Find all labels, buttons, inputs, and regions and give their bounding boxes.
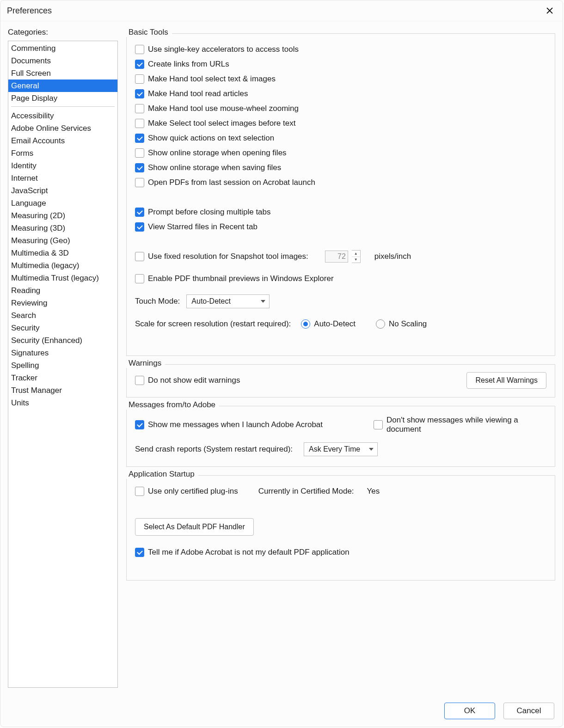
group-title: Messages from/to Adobe xyxy=(125,400,219,410)
category-item[interactable]: Reading xyxy=(8,284,117,297)
cert-mode-label: Currently in Certified Mode: xyxy=(258,487,354,496)
select-value: Ask Every Time xyxy=(309,445,360,453)
unit-label: pixels/inch xyxy=(374,252,411,261)
checkbox-thumbnail-preview[interactable] xyxy=(135,274,144,283)
touch-mode-label: Touch Mode: xyxy=(135,297,180,306)
checkbox[interactable] xyxy=(135,45,144,54)
touch-mode-select[interactable]: Auto-Detect xyxy=(186,294,270,308)
checkbox-row: Make Hand tool use mouse-wheel zooming xyxy=(135,102,546,115)
cancel-button[interactable]: Cancel xyxy=(503,703,554,719)
checkbox[interactable] xyxy=(135,208,144,217)
button-label: OK xyxy=(464,706,476,716)
checkbox[interactable] xyxy=(135,148,144,158)
category-item[interactable]: Signatures xyxy=(8,347,117,359)
category-item[interactable]: Trust Manager xyxy=(8,384,117,397)
checkbox-certified-plugins[interactable] xyxy=(135,487,144,496)
stepper-up-icon[interactable]: ▲ xyxy=(352,251,360,257)
checkbox-default-app-notify[interactable] xyxy=(135,548,144,557)
checkbox[interactable] xyxy=(135,104,144,113)
category-item[interactable]: Units xyxy=(8,397,117,409)
select-value: Auto-Detect xyxy=(191,297,230,306)
checkbox[interactable] xyxy=(135,163,144,172)
scale-row: Scale for screen resolution (restart req… xyxy=(135,318,546,330)
checkbox-row: Make Hand tool read articles xyxy=(135,87,546,100)
checkbox[interactable] xyxy=(135,178,144,187)
category-item[interactable]: Measuring (2D) xyxy=(8,209,117,222)
category-item[interactable]: Security (Enhanced) xyxy=(8,334,117,347)
category-item[interactable]: Multimedia (legacy) xyxy=(8,259,117,272)
checkbox-show-messages-launch[interactable] xyxy=(135,420,144,429)
touch-mode-row: Touch Mode: Auto-Detect xyxy=(135,294,546,308)
default-handler-button[interactable]: Select As Default PDF Handler xyxy=(135,518,254,536)
checkbox[interactable] xyxy=(135,222,144,232)
checkbox[interactable] xyxy=(135,134,144,143)
category-item[interactable]: Accessibility xyxy=(8,110,117,122)
plugins-row: Use only certified plug-ins Currently in… xyxy=(135,485,546,498)
category-item[interactable]: Spelling xyxy=(8,359,117,372)
category-item[interactable]: Reviewing xyxy=(8,297,117,309)
category-item[interactable]: Adobe Online Services xyxy=(8,122,117,135)
thumbnail-row: Enable PDF thumbnail previews in Windows… xyxy=(135,272,546,285)
category-item[interactable]: Email Accounts xyxy=(8,135,117,147)
titlebar: Preferences xyxy=(0,0,563,21)
ok-button[interactable]: OK xyxy=(444,703,495,719)
radio-auto-detect[interactable] xyxy=(301,319,310,329)
label: View Starred files in Recent tab xyxy=(148,222,257,232)
category-item[interactable]: Tracker xyxy=(8,372,117,384)
label: Auto-Detect xyxy=(314,319,356,329)
categories-list[interactable]: CommentingDocumentsFull ScreenGeneralPag… xyxy=(8,41,118,688)
category-item[interactable]: Measuring (Geo) xyxy=(8,234,117,247)
preferences-dialog: Preferences Categories: CommentingDocume… xyxy=(0,0,563,727)
crash-report-select[interactable]: Ask Every Time xyxy=(304,442,378,456)
checkbox[interactable] xyxy=(135,60,144,69)
category-item[interactable]: Multimedia Trust (legacy) xyxy=(8,272,117,284)
category-divider xyxy=(11,106,115,107)
dialog-footer: OK Cancel xyxy=(444,703,554,719)
cert-mode-value: Yes xyxy=(367,487,380,496)
reset-warnings-button[interactable]: Reset All Warnings xyxy=(466,372,546,389)
category-item[interactable]: Internet xyxy=(8,172,117,184)
category-item[interactable]: Page Display xyxy=(8,92,117,104)
stepper-down-icon[interactable]: ▼ xyxy=(352,257,360,263)
checkbox[interactable] xyxy=(135,74,144,84)
content-area: Basic Tools Use single-key accelerators … xyxy=(126,28,555,691)
group-title: Application Startup xyxy=(125,470,198,479)
category-item[interactable]: Language xyxy=(8,197,117,209)
category-item[interactable]: Full Screen xyxy=(8,67,117,80)
checkbox-row: Create links from URLs xyxy=(135,58,546,71)
category-item[interactable]: JavaScript xyxy=(8,184,117,197)
radio-no-scaling[interactable] xyxy=(376,319,385,329)
close-button[interactable] xyxy=(543,4,556,17)
group-title: Basic Tools xyxy=(125,28,172,37)
label: Do not show edit warnings xyxy=(148,376,240,385)
group-warnings: Warnings Do not show edit warnings Reset… xyxy=(126,364,555,398)
checkbox[interactable] xyxy=(135,89,144,98)
checkbox-row: Show online storage when opening files xyxy=(135,147,546,159)
category-item[interactable]: Search xyxy=(8,309,117,322)
category-item[interactable]: Multimedia & 3D xyxy=(8,247,117,259)
checkbox-fixed-resolution[interactable] xyxy=(135,252,144,261)
group-messages: Messages from/to Adobe Show me messages … xyxy=(126,406,555,467)
category-item[interactable]: Measuring (3D) xyxy=(8,222,117,234)
category-item[interactable]: Documents xyxy=(8,55,117,67)
resolution-input[interactable] xyxy=(325,251,348,263)
category-item[interactable]: Forms xyxy=(8,147,117,159)
checkbox-hide-messages-viewing[interactable] xyxy=(374,420,383,429)
sidebar: Categories: CommentingDocumentsFull Scre… xyxy=(8,28,118,691)
checkbox[interactable] xyxy=(135,119,144,128)
button-label: Select As Default PDF Handler xyxy=(144,523,245,531)
category-item[interactable]: Identity xyxy=(8,159,117,172)
label: No Scaling xyxy=(389,319,427,329)
category-item[interactable]: Commenting xyxy=(8,42,117,55)
category-item[interactable]: General xyxy=(8,80,117,92)
msg-viewing-row: Don't show messages while viewing a docu… xyxy=(374,416,546,434)
checkbox-edit-warnings[interactable] xyxy=(135,376,144,385)
close-icon xyxy=(546,7,553,14)
label: Make Hand tool use mouse-wheel zooming xyxy=(148,104,299,113)
resolution-stepper[interactable]: ▲ ▼ xyxy=(352,250,361,263)
category-item[interactable]: Security xyxy=(8,322,117,334)
checkbox-row: Show online storage when saving files xyxy=(135,161,546,174)
window-title: Preferences xyxy=(7,6,52,16)
checkbox-row: Prompt before closing multiple tabs xyxy=(135,206,546,219)
label: Make Select tool select images before te… xyxy=(148,119,295,128)
